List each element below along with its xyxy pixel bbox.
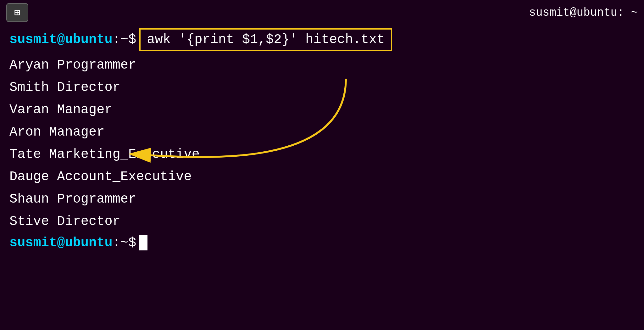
prompt-user: susmit@ubuntu:~$ [9,32,136,47]
bottom-prompt-user: susmit@ubuntu:~$ [9,235,136,250]
output-container: Aryan Programmer Smith Director Varan Ma… [9,54,635,233]
output-line-7: Shaun Programmer [9,188,635,210]
output-line-2: Smith Director [9,76,635,99]
output-line-3: Varan Manager [9,99,635,121]
title-bar: ⊞ susmit@ubuntu: ~ [0,0,644,25]
output-line-1: Aryan Programmer [9,54,635,76]
new-tab-icon: ⊞ [14,6,20,19]
bottom-prompt-line: susmit@ubuntu:~$ [9,235,635,250]
terminal-window: ⊞ susmit@ubuntu: ~ susmit@ubuntu:~$ awk … [0,0,644,330]
terminal-body: susmit@ubuntu:~$ awk '{print $1,$2}' hit… [0,25,644,260]
command-text: awk '{print $1,$2}' hitech.txt [147,32,385,47]
window-title: susmit@ubuntu: ~ [529,6,638,19]
new-tab-button[interactable]: ⊞ [6,3,28,22]
command-line: susmit@ubuntu:~$ awk '{print $1,$2}' hit… [9,28,635,51]
cursor [139,235,147,250]
output-line-5: Tate Marketing_Executive [9,143,635,166]
output-line-8: Stive Director [9,210,635,233]
output-line-6: Dauge Account_Executive [9,166,635,188]
command-box: awk '{print $1,$2}' hitech.txt [139,28,392,51]
output-line-4: Aron Manager [9,121,635,143]
